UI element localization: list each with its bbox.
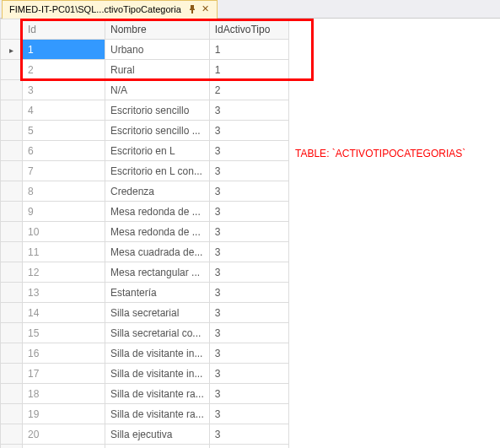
cell-nombre[interactable]: Estantería: [105, 283, 210, 303]
cell-tipo[interactable]: 1: [209, 40, 288, 60]
row-header[interactable]: [1, 121, 23, 141]
cell-nombre[interactable]: Escritorio en L con...: [105, 161, 210, 181]
cell-tipo[interactable]: 3: [209, 202, 288, 222]
cell-nombre[interactable]: Credenza: [105, 181, 210, 202]
table-row[interactable]: 2Rural1: [1, 60, 289, 80]
table-row[interactable]: 20Silla ejecutiva3: [1, 424, 289, 445]
table-row[interactable]: 10Mesa redonda de ...3: [1, 222, 289, 242]
cell-nombre[interactable]: Silla ejecutiva: [105, 424, 210, 445]
cell-id[interactable]: 10: [23, 222, 105, 242]
cell-id[interactable]: 14: [23, 303, 105, 323]
cell-tipo[interactable]: 3: [209, 404, 288, 424]
cell-nombre[interactable]: Mesa cuadrada de...: [105, 242, 210, 262]
row-header[interactable]: [1, 445, 23, 449]
row-header[interactable]: [1, 323, 23, 343]
cell-tipo[interactable]: 1: [209, 60, 288, 80]
cell-id[interactable]: 5: [23, 121, 105, 141]
pin-icon[interactable]: [188, 4, 197, 13]
document-tab[interactable]: FIMED-IT-PC01\SQL...ctivoTipoCategoria ✕: [2, 0, 218, 19]
cell-tipo[interactable]: 3: [209, 161, 288, 181]
table-row[interactable]: 1Urbano1: [1, 40, 289, 60]
cell-tipo[interactable]: 3: [209, 303, 288, 323]
cell-id[interactable]: 19: [23, 404, 105, 424]
cell-tipo[interactable]: 3: [209, 364, 288, 384]
table-row[interactable]: 17Silla de visitante in...3: [1, 364, 289, 384]
cell-tipo[interactable]: 3: [209, 121, 288, 141]
table-row[interactable]: 15Silla secretarial co...3: [1, 323, 289, 343]
row-header[interactable]: [1, 161, 23, 181]
cell-tipo[interactable]: 3: [209, 222, 288, 242]
column-header-nombre[interactable]: Nombre: [105, 19, 210, 40]
table-row[interactable]: 18Silla de visitante ra...3: [1, 384, 289, 404]
cell-nombre[interactable]: N/A: [105, 80, 210, 100]
row-header-corner[interactable]: [1, 19, 23, 40]
table-row[interactable]: 21Sofá de 2 puestos3: [1, 445, 289, 449]
cell-id[interactable]: 8: [23, 181, 105, 202]
table-row[interactable]: 9Mesa redonda de ...3: [1, 202, 289, 222]
cell-tipo[interactable]: 3: [209, 262, 288, 283]
row-header[interactable]: [1, 424, 23, 445]
column-header-id[interactable]: Id: [23, 19, 105, 40]
cell-tipo[interactable]: 2: [209, 80, 288, 100]
table-row[interactable]: 19Silla de visitante ra...3: [1, 404, 289, 424]
cell-id[interactable]: 15: [23, 323, 105, 343]
cell-tipo[interactable]: 3: [209, 445, 288, 449]
table-row[interactable]: 6Escritorio en L3: [1, 141, 289, 161]
cell-tipo[interactable]: 3: [209, 100, 288, 121]
cell-id[interactable]: 12: [23, 262, 105, 283]
cell-id[interactable]: 16: [23, 343, 105, 364]
table-row[interactable]: 3N/A2: [1, 80, 289, 100]
data-grid[interactable]: Id Nombre IdActivoTipo 1Urbano12Rural13N…: [0, 19, 500, 448]
table-row[interactable]: 7Escritorio en L con...3: [1, 161, 289, 181]
row-header[interactable]: [1, 404, 23, 424]
row-header[interactable]: [1, 384, 23, 404]
row-header[interactable]: [1, 202, 23, 222]
cell-nombre[interactable]: Urbano: [105, 40, 210, 60]
row-header[interactable]: [1, 60, 23, 80]
row-header[interactable]: [1, 283, 23, 303]
cell-nombre[interactable]: Silla secretarial: [105, 303, 210, 323]
cell-id[interactable]: 11: [23, 242, 105, 262]
table-row[interactable]: 5Escritorio sencillo ...3: [1, 121, 289, 141]
cell-id[interactable]: 21: [23, 445, 105, 449]
cell-nombre[interactable]: Silla de visitante in...: [105, 364, 210, 384]
table-row[interactable]: 12Mesa rectangular ...3: [1, 262, 289, 283]
cell-tipo[interactable]: 3: [209, 384, 288, 404]
table-row[interactable]: 14Silla secretarial3: [1, 303, 289, 323]
cell-id[interactable]: 4: [23, 100, 105, 121]
row-header[interactable]: [1, 100, 23, 121]
row-header[interactable]: [1, 222, 23, 242]
row-header[interactable]: [1, 80, 23, 100]
cell-id[interactable]: 7: [23, 161, 105, 181]
cell-tipo[interactable]: 3: [209, 424, 288, 445]
cell-nombre[interactable]: Silla secretarial co...: [105, 323, 210, 343]
row-header[interactable]: [1, 262, 23, 283]
cell-nombre[interactable]: Escritorio sencillo ...: [105, 121, 210, 141]
table-row[interactable]: 11Mesa cuadrada de...3: [1, 242, 289, 262]
row-header[interactable]: [1, 181, 23, 202]
table-row[interactable]: 8Credenza3: [1, 181, 289, 202]
row-header[interactable]: [1, 364, 23, 384]
close-icon[interactable]: ✕: [201, 4, 210, 13]
cell-nombre[interactable]: Escritorio en L: [105, 141, 210, 161]
cell-nombre[interactable]: Mesa redonda de ...: [105, 202, 210, 222]
cell-tipo[interactable]: 3: [209, 181, 288, 202]
cell-id[interactable]: 18: [23, 384, 105, 404]
cell-tipo[interactable]: 3: [209, 242, 288, 262]
cell-tipo[interactable]: 3: [209, 141, 288, 161]
cell-nombre[interactable]: Rural: [105, 60, 210, 80]
row-header[interactable]: [1, 141, 23, 161]
row-header[interactable]: [1, 343, 23, 364]
cell-nombre[interactable]: Mesa redonda de ...: [105, 222, 210, 242]
row-header[interactable]: [1, 40, 23, 60]
cell-id[interactable]: 1: [23, 40, 105, 60]
column-header-tipo[interactable]: IdActivoTipo: [209, 19, 288, 40]
cell-nombre[interactable]: Silla de visitante ra...: [105, 384, 210, 404]
cell-nombre[interactable]: Mesa rectangular ...: [105, 262, 210, 283]
cell-nombre[interactable]: Silla de visitante in...: [105, 343, 210, 364]
cell-id[interactable]: 20: [23, 424, 105, 445]
cell-tipo[interactable]: 3: [209, 283, 288, 303]
cell-tipo[interactable]: 3: [209, 343, 288, 364]
cell-nombre[interactable]: Silla de visitante ra...: [105, 404, 210, 424]
cell-id[interactable]: 3: [23, 80, 105, 100]
